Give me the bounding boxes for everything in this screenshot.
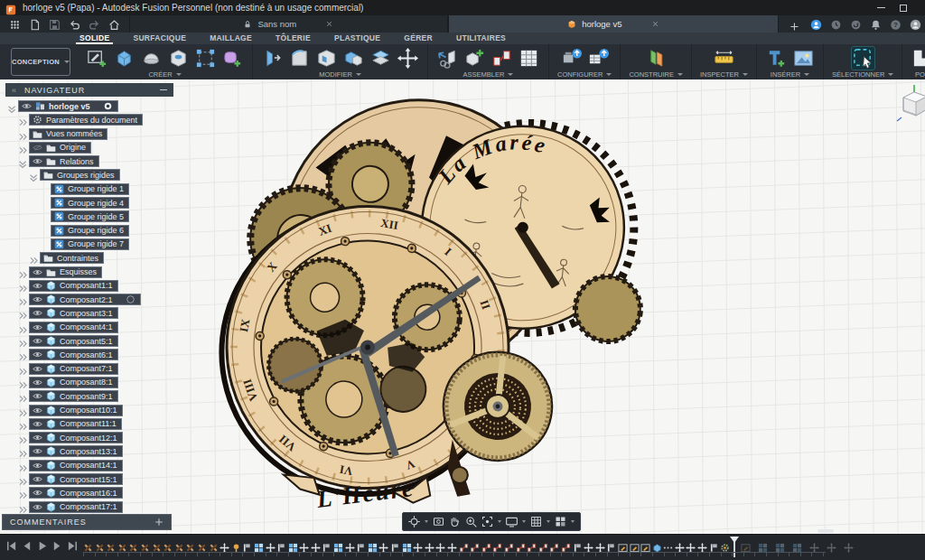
tree-expander-icon[interactable] [18,433,28,443]
tree-expander-icon[interactable] [18,391,28,401]
add-comment-icon[interactable] [154,518,164,527]
tree-item[interactable]: Composant9:1 [29,390,118,402]
tree-item[interactable]: Composant1:1 [29,280,118,292]
eye-off-icon[interactable] [33,143,42,153]
tree-item[interactable]: Composant8:1 [29,377,118,388]
timeline-feature-joint[interactable] [459,540,469,550]
history-icon[interactable] [830,18,842,30]
tree-item[interactable]: Groupes rigides [40,169,120,181]
chevron-down-icon[interactable] [356,73,361,76]
tree-expander-icon[interactable] [18,322,28,332]
tree-expander-icon[interactable] [29,253,39,263]
timeline-feature-flag[interactable] [276,540,286,550]
timeline-feature-sketch[interactable] [630,540,640,550]
eye-icon[interactable] [33,156,42,166]
chevron-down-icon[interactable] [571,520,575,523]
collapse-panel-icon[interactable]: « [12,86,17,95]
tool-planes-icon[interactable] [645,47,668,70]
tree-item[interactable]: Groupe rigide 6 [51,225,129,237]
eye-icon[interactable] [33,488,42,498]
timeline-feature-flag[interactable] [573,540,583,550]
minimize-panel-icon[interactable] [160,89,167,91]
tree-row[interactable]: Composant16:1 [5,487,173,499]
tree-row[interactable]: Origine [5,142,173,154]
timeline-feature-move[interactable] [447,540,457,550]
timeline-feature-derive[interactable] [163,540,173,550]
timeline-feature-move[interactable] [378,540,388,550]
timeline-feature-move[interactable] [827,540,836,550]
tool-sketch-icon[interactable] [86,47,108,70]
timeline-feature-derive[interactable] [152,540,162,550]
timeline-feature-flag[interactable] [242,540,252,550]
timeline-feature-derive[interactable] [174,540,184,550]
tree-expander-icon[interactable] [18,267,28,277]
timeline-feature-derive[interactable] [209,540,219,550]
tool-config1-icon[interactable] [560,47,583,70]
timeline-feature-joint[interactable] [561,540,571,550]
timeline-feature-move[interactable] [413,540,423,550]
tree-row[interactable]: Composant11:1 [5,418,173,430]
timeline-feature-move[interactable] [299,540,309,550]
tree-row[interactable]: Composant1:1 [5,280,173,292]
tool-move-icon[interactable] [397,47,419,70]
tool-pos1-icon[interactable] [911,47,925,70]
tree-item[interactable]: Groupe rigide 5 [51,210,129,222]
timeline-feature-flag[interactable] [322,540,332,550]
eye-icon[interactable] [33,294,42,304]
step-forward-button[interactable] [51,539,63,551]
tree-expander-icon[interactable] [18,364,28,374]
timeline-feature-gear[interactable] [720,540,730,550]
eye-icon[interactable] [33,350,42,359]
tree-row[interactable]: Vues nommées [5,128,173,140]
tree-expander-icon[interactable] [18,294,28,304]
help-icon[interactable]: ? [890,18,902,30]
tree-item[interactable]: Composant5:1 [29,335,118,347]
comments-bar[interactable]: COMMENTAIRES [2,514,172,530]
ribbon-tab-maillage[interactable]: MAILLAGE [210,33,252,44]
tool-insert-icon[interactable] [436,47,459,70]
grid-icon[interactable] [529,515,543,528]
skip-end-button[interactable] [67,539,79,551]
timeline-feature-move[interactable] [345,540,355,550]
tree-expander-icon[interactable] [18,281,28,291]
tree-row[interactable]: Composant5:1 [5,335,173,347]
minimize-button[interactable] [877,7,885,8]
tool-pattern-icon[interactable] [194,47,217,70]
timeline-feature-joint[interactable] [516,540,526,550]
eye-icon[interactable] [33,446,42,456]
timeline-feature-move[interactable] [697,540,707,550]
chevron-down-icon[interactable] [425,520,428,523]
tool-select-icon[interactable] [852,47,874,70]
tree-row[interactable]: Groupe rigide 7 [5,238,173,250]
tree-row[interactable]: Composant8:1 [5,377,173,388]
timeline-feature-move[interactable] [809,540,819,550]
timeline-feature-joint[interactable] [549,540,559,550]
navigator-header[interactable]: « NAVIGATEUR [5,83,173,97]
fit-icon[interactable] [481,515,494,528]
tree-row[interactable]: Esquisses [5,266,173,278]
ribbon-tab-surfacique[interactable]: SURFACIQUE [133,33,186,44]
timeline-feature-rigid[interactable] [368,540,378,550]
timeline-feature-move[interactable] [595,540,605,550]
tree-row[interactable]: Composant17:1 [5,501,173,513]
tree-row[interactable]: Composant4:1 [5,322,173,333]
tool-extrude-icon[interactable] [113,47,135,70]
chevron-down-icon[interactable] [508,73,513,76]
tree-row[interactable]: Groupe rigide 5 [5,210,173,222]
tree-row[interactable]: Composant6:1 [5,349,173,360]
tool-text-icon[interactable] [765,47,788,70]
tree-expander-icon[interactable] [18,115,28,125]
timeline-feature-flag[interactable] [606,540,616,550]
timeline-feature-rigid[interactable] [333,540,343,550]
chevron-down-icon[interactable] [498,520,501,523]
tree-item[interactable]: horloge v5 [18,100,118,112]
timeline-feature-move[interactable] [686,540,696,550]
tool-newcomp-icon[interactable] [463,47,486,70]
tool-shell-icon[interactable] [315,47,338,70]
home-icon[interactable] [108,18,120,30]
ribbon-tab-utilitaires[interactable]: UTILITAIRES [456,33,506,44]
tool-hole-icon[interactable] [167,47,190,70]
apps-grid-icon[interactable] [9,18,21,30]
tree-item[interactable]: Composant17:1 [29,501,123,513]
timeline-scrollbar[interactable] [818,529,834,533]
